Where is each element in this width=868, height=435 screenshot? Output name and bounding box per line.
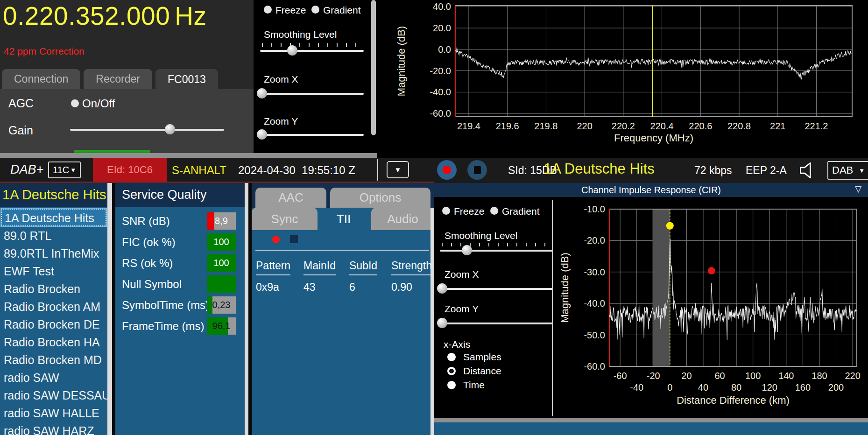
cir-freeze-radio[interactable] xyxy=(442,207,450,215)
cir-plot: -60-40-20020406080100120140160180200220-… xyxy=(553,198,868,418)
x-axis-radio-samples[interactable] xyxy=(447,353,456,361)
station-list-item[interactable]: EWF Test xyxy=(0,262,107,280)
station-list-item[interactable]: 1A Deutsche Hits xyxy=(0,208,107,227)
tii-tab-sync[interactable]: Sync xyxy=(252,208,318,230)
agc-option-label: On/Off xyxy=(82,97,115,110)
station-list-item[interactable]: radio SAW xyxy=(0,369,107,386)
quality-row: FrameTime (ms)96,1 xyxy=(115,317,245,335)
output-band-select[interactable]: DAB ▼ xyxy=(827,161,868,180)
expand-dropdown-button[interactable]: ▼ xyxy=(387,161,409,178)
vertical-scrollbar[interactable] xyxy=(371,0,376,135)
station-list-item[interactable]: Radio Brocken DE xyxy=(0,316,107,333)
slider-thumb[interactable] xyxy=(437,283,447,294)
cir-titlebar: Channel Impulse Response (CIR) ▽ xyxy=(434,183,868,197)
svg-text:0: 0 xyxy=(667,382,672,393)
spectrum-zoomy-label: Zoom Y xyxy=(264,116,298,127)
collapse-triangle-icon[interactable]: ▽ xyxy=(855,184,861,194)
slider-thumb[interactable] xyxy=(257,129,267,140)
mode-label: DAB+ xyxy=(10,162,43,177)
spectrum-freeze-radio[interactable] xyxy=(264,6,272,14)
ensemble-name: S-ANHALT xyxy=(172,164,226,177)
gain-slider-thumb[interactable] xyxy=(165,124,175,134)
x-axis-radio-distance[interactable] xyxy=(447,367,456,375)
cir-gradient-label: Gradient xyxy=(502,206,540,217)
svg-text:-40.0: -40.0 xyxy=(430,87,451,97)
svg-text:-60.0: -60.0 xyxy=(584,361,605,372)
svg-text:Frequency (MHz): Frequency (MHz) xyxy=(614,132,693,144)
agc-radio[interactable] xyxy=(71,99,79,107)
svg-text:220.6: 220.6 xyxy=(689,121,712,131)
gain-slider[interactable] xyxy=(70,124,224,136)
service-quality-panel: Service Quality SNR (dB)8,9FIC (ok %)100… xyxy=(115,183,245,435)
svg-text:-20.0: -20.0 xyxy=(584,235,605,246)
tii-top-tab-aac[interactable]: AAC xyxy=(255,188,326,208)
station-list-item[interactable]: Radio Brocken AM xyxy=(0,298,107,316)
svg-text:-30.0: -30.0 xyxy=(584,267,605,277)
cir-zoomx-slider[interactable] xyxy=(440,283,553,295)
tuner-tab-connection[interactable]: Connection xyxy=(2,69,80,89)
station-list-item[interactable]: 89.0 RTL xyxy=(0,227,107,245)
quality-row-label: FrameTime (ms) xyxy=(122,317,204,335)
tii-scrollbar[interactable] xyxy=(430,208,434,435)
slider-track xyxy=(440,323,553,324)
service-quality-header: Service Quality xyxy=(115,183,245,207)
spectrum-gradient-label: Gradient xyxy=(323,5,361,16)
tuner-tab-fc0013[interactable]: FC0013 xyxy=(155,69,218,90)
station-list-header: 1A Deutsche Hits xyxy=(0,183,107,207)
station-list-item[interactable]: radio SAW HALLE xyxy=(0,404,107,422)
x-axis-radio-time[interactable] xyxy=(447,381,456,389)
x-axis-option-label: Distance xyxy=(463,365,501,377)
slider-thumb[interactable] xyxy=(257,88,267,98)
svg-text:219.4: 219.4 xyxy=(457,121,480,131)
tii-panel: AACOptions SyncTIIAudio PatternMainIdSub… xyxy=(252,183,434,435)
tuner-tab-recorder[interactable]: Recorder xyxy=(84,69,152,89)
station-list-item[interactable]: radio SAW DESSAU xyxy=(0,386,107,404)
station-list-item[interactable]: Radio Brocken HA xyxy=(0,333,107,351)
svg-text:20.0: 20.0 xyxy=(433,23,451,33)
spectrum-zoomx-slider[interactable] xyxy=(260,88,364,100)
app-window: 0.220.352.000Hz 42 ppm Correction Connec… xyxy=(0,0,868,435)
slider-thumb[interactable] xyxy=(462,245,472,255)
cir-zoomy-slider[interactable] xyxy=(440,317,553,330)
cir-panel: Channel Impulse Response (CIR) ▽ Freeze … xyxy=(434,183,868,435)
speaker-icon[interactable] xyxy=(798,160,818,181)
service-quality-body: SNR (dB)8,9FIC (ok %)100RS (ok %)100Null… xyxy=(115,207,245,435)
slider-thumb[interactable] xyxy=(287,45,297,56)
svg-text:221: 221 xyxy=(770,121,785,131)
station-list-item[interactable]: Radio Brocken xyxy=(0,280,107,298)
channel-select[interactable]: 11C ▼ xyxy=(48,161,81,178)
record-button[interactable] xyxy=(437,160,457,180)
frequency-value: 0.220.352.000 xyxy=(3,1,170,30)
svg-text:221.2: 221.2 xyxy=(804,121,828,131)
tii-cell: 6 xyxy=(349,281,355,294)
station-list-scrollbar[interactable] xyxy=(107,183,112,435)
dropdown-arrow-icon: ▼ xyxy=(395,166,402,174)
spectrum-smoothing-slider[interactable] xyxy=(260,43,364,55)
tii-tab-tii[interactable]: TII xyxy=(318,208,369,230)
svg-text:200: 200 xyxy=(828,382,844,393)
station-list-item[interactable]: Radio Brocken MD xyxy=(0,351,107,369)
stop-button[interactable] xyxy=(467,160,487,180)
quality-row: Null Symbol xyxy=(115,275,245,293)
cir-smoothing-slider[interactable] xyxy=(440,243,553,255)
agc-label: AGC xyxy=(8,97,34,110)
slider-thumb[interactable] xyxy=(437,318,447,328)
quality-row-label: FIC (ok %) xyxy=(122,233,176,251)
station-list-item[interactable]: 89.0RTL InTheMix xyxy=(0,245,107,262)
horizontal-divider xyxy=(0,153,377,158)
tii-top-tab-options[interactable]: Options xyxy=(330,188,430,208)
cir-gradient-radio[interactable] xyxy=(490,207,498,215)
quality-row-label: Null Symbol xyxy=(122,275,182,293)
svg-text:100: 100 xyxy=(745,371,761,381)
spectrum-zoomy-slider[interactable] xyxy=(260,129,364,141)
tii-column-header: Pattern xyxy=(256,260,290,275)
cir-separator xyxy=(552,200,553,416)
service-quality-scrollbar[interactable] xyxy=(245,183,248,435)
spectrum-gradient-radio[interactable] xyxy=(311,6,319,14)
tii-tab-audio[interactable]: Audio xyxy=(371,208,434,230)
service-quality-title: Service Quality xyxy=(115,183,245,206)
svg-text:220.8: 220.8 xyxy=(727,121,751,131)
station-list-item[interactable]: radio SAW HARZ xyxy=(0,422,107,435)
stop-icon xyxy=(474,166,481,174)
panel-gap xyxy=(248,183,252,435)
